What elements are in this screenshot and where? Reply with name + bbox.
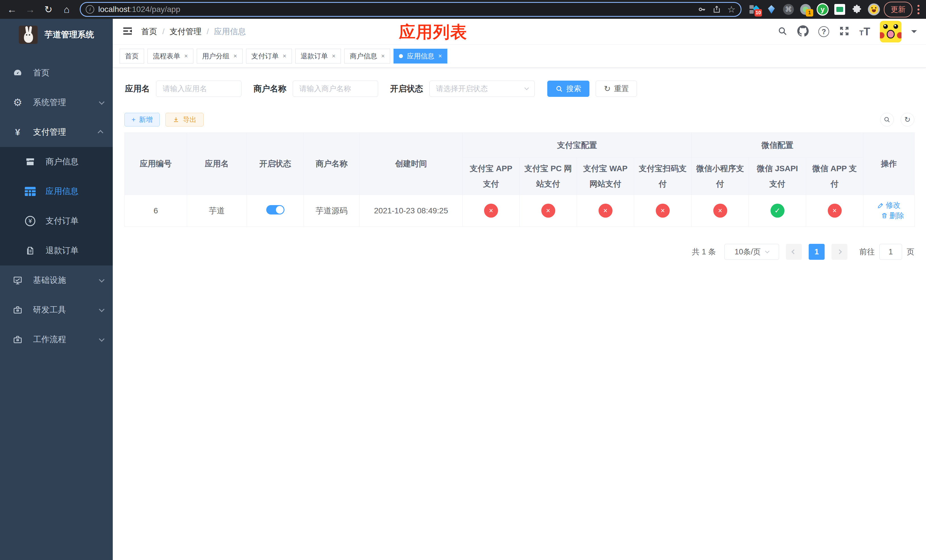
sidebar-item-label: 基础设施 — [33, 275, 99, 286]
extension-blocks-icon[interactable]: 10 — [748, 3, 760, 15]
browser-reload-button[interactable]: ↻ — [41, 2, 56, 17]
prev-page-button[interactable] — [786, 244, 802, 260]
breadcrumb: 首页 / 支付管理 / 应用信息 — [141, 26, 246, 37]
screen: ← → ↻ ⌂ i localhost:1024/pay/app ☆ 10 — [0, 0, 926, 560]
fullscreen-icon[interactable] — [839, 26, 850, 38]
tab-merchant-info[interactable]: 商户信息× — [344, 49, 390, 64]
site-info-icon[interactable]: i — [86, 5, 94, 14]
col-wechat-jsapi: 微信 JSAPI 支付 — [749, 158, 806, 195]
table-row: 6 芋道 芋道源码 2021-10-23 08:49:25 × × × × × … — [125, 195, 915, 227]
browser-forward-button[interactable]: → — [22, 2, 38, 17]
extension-command-icon[interactable]: ⌘ — [782, 3, 794, 15]
close-icon[interactable]: × — [233, 52, 237, 60]
delete-link[interactable]: 删除 — [881, 211, 904, 221]
logo-rabbit-image — [19, 26, 38, 44]
sidebar-item-payment[interactable]: ¥ 支付管理 — [0, 117, 113, 147]
sidebar-logo[interactable]: 芋道管理系统 — [0, 19, 113, 51]
tab-home[interactable]: 首页 — [120, 49, 144, 64]
tab-refund-order[interactable]: 退款订单× — [295, 49, 341, 64]
export-button[interactable]: 导出 — [165, 113, 204, 127]
address-bar[interactable]: i localhost:1024/pay/app ☆ — [80, 2, 741, 17]
toggle-search-button[interactable] — [880, 113, 894, 127]
extension-badge: 1 — [806, 9, 813, 17]
browser-profile-avatar[interactable] — [868, 3, 880, 15]
extension-camera-icon[interactable]: 1 — [800, 3, 811, 15]
password-key-icon[interactable] — [698, 5, 706, 14]
bookmark-star-icon[interactable]: ☆ — [727, 4, 735, 15]
merchant-name-input[interactable]: 请输入商户名称 — [293, 80, 378, 97]
extensions-row: 10 ⌘ 1 y — [748, 3, 880, 15]
cell-created: 2021-10-23 08:49:25 — [360, 195, 463, 227]
next-page-button[interactable] — [831, 244, 847, 260]
toolbar: + 新增 导出 ↻ — [124, 113, 914, 127]
app-title: 芋道管理系统 — [44, 29, 94, 41]
goto-page-input[interactable]: 1 — [879, 244, 902, 260]
browser-home-button[interactable]: ⌂ — [59, 2, 75, 17]
extension-chat-icon[interactable] — [834, 3, 846, 15]
tab-app-info[interactable]: 应用信息× — [393, 49, 447, 64]
sidebar-item-home[interactable]: 首页 — [0, 58, 113, 88]
topbar: 首页 / 支付管理 / 应用信息 应用列表 ? — [113, 19, 926, 44]
extension-y-icon[interactable]: y — [817, 3, 829, 15]
github-icon[interactable] — [797, 25, 809, 38]
sidebar-item-merchant-info[interactable]: 商户信息 — [0, 147, 113, 177]
close-icon[interactable]: × — [332, 52, 336, 60]
extension-badge: 10 — [755, 9, 762, 17]
sidebar-item-pay-orders[interactable]: ¥ 支付订单 — [0, 206, 113, 236]
reset-button[interactable]: ↻ 重置 — [596, 80, 637, 97]
url-text[interactable]: localhost:1024/pay/app — [98, 5, 694, 14]
sidebar-item-app-info[interactable]: 应用信息 — [0, 177, 113, 206]
sidebar-item-refund-orders[interactable]: 退款订单 — [0, 236, 113, 265]
tab-process-form[interactable]: 流程表单× — [147, 49, 193, 64]
share-icon[interactable] — [713, 5, 721, 14]
add-button[interactable]: + 新增 — [124, 113, 160, 127]
sidebar-item-workflow[interactable]: 工作流程 — [0, 325, 113, 354]
status-toggle[interactable] — [266, 205, 284, 215]
close-icon[interactable]: × — [381, 52, 385, 60]
search-icon[interactable] — [777, 26, 788, 37]
sidebar-item-system[interactable]: ⚙ 系统管理 — [0, 88, 113, 117]
tags-view: 首页 流程表单× 用户分组× 支付订单× 退款订单× 商户信息× 应用信息× — [113, 44, 926, 68]
wechat-app-status-icon: × — [828, 204, 842, 218]
edit-link[interactable]: 修改 — [877, 200, 901, 210]
col-group-alipay: 支付宝配置 — [463, 133, 691, 158]
browser-update-button[interactable]: 更新 — [884, 2, 912, 17]
monitor-icon — [11, 275, 24, 285]
app-name-input[interactable]: 请输入应用名 — [156, 80, 242, 97]
sidebar-menu: 首页 ⚙ 系统管理 ¥ 支付管理 商户信息 — [0, 51, 113, 560]
close-icon[interactable]: × — [184, 52, 188, 60]
col-wechat-mini: 微信小程序支付 — [691, 158, 749, 195]
col-alipay-app: 支付宝 APP 支付 — [463, 158, 520, 195]
user-avatar[interactable] — [880, 21, 902, 42]
page-number-1[interactable]: 1 — [809, 244, 825, 260]
browser-menu-icon[interactable] — [915, 5, 922, 14]
sidebar-fold-icon[interactable] — [122, 25, 133, 38]
breadcrumb-payment[interactable]: 支付管理 — [170, 26, 201, 37]
chevron-down-icon — [99, 336, 104, 342]
status-label: 开启状态 — [390, 83, 423, 95]
tab-user-group[interactable]: 用户分组× — [197, 49, 243, 64]
status-select[interactable]: 请选择开启状态 — [430, 80, 535, 97]
page-unit-label: 页 — [906, 247, 914, 257]
chevron-left-icon — [791, 250, 796, 254]
close-icon[interactable]: × — [438, 52, 442, 60]
close-icon[interactable]: × — [283, 52, 286, 60]
chevron-down-icon — [99, 277, 104, 283]
col-operations: 操作 — [863, 133, 915, 195]
refresh-table-button[interactable]: ↻ — [901, 113, 914, 127]
tab-pay-order[interactable]: 支付订单× — [246, 49, 292, 64]
search-button[interactable]: 搜索 — [547, 80, 589, 97]
help-icon[interactable]: ? — [819, 26, 829, 37]
browser-chrome: ← → ↻ ⌂ i localhost:1024/pay/app ☆ 10 — [0, 0, 926, 19]
breadcrumb-home[interactable]: 首页 — [141, 26, 157, 37]
extension-gem-icon[interactable] — [766, 3, 777, 15]
breadcrumb-separator: / — [162, 27, 165, 36]
page-size-select[interactable]: 10条/页 — [725, 244, 779, 260]
main-area: 首页 / 支付管理 / 应用信息 应用列表 ? — [113, 19, 926, 560]
extensions-puzzle-icon[interactable] — [851, 3, 863, 15]
avatar-caret-icon[interactable] — [911, 30, 917, 36]
browser-back-button[interactable]: ← — [4, 2, 20, 17]
sidebar-item-infrastructure[interactable]: 基础设施 — [0, 265, 113, 295]
sidebar-item-dev-tools[interactable]: 研发工具 — [0, 295, 113, 325]
font-size-icon[interactable]: TT — [859, 26, 870, 38]
